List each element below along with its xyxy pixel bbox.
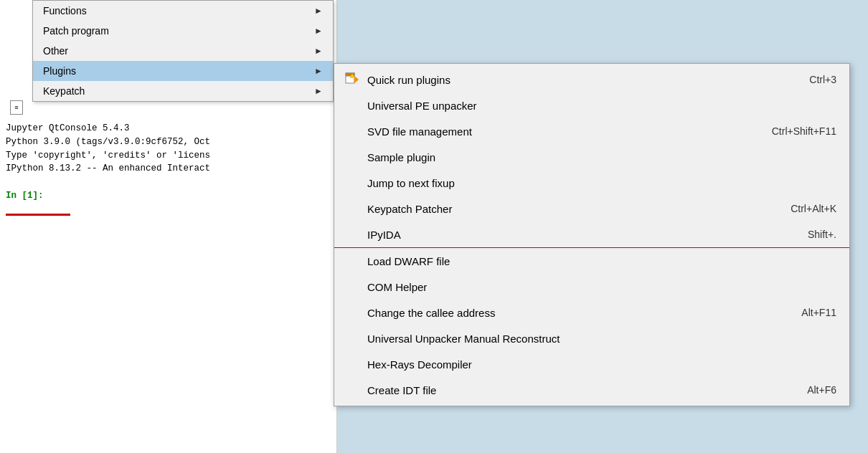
console-prompt-line: In [1]: — [6, 189, 331, 216]
console-cursor — [6, 214, 70, 216]
plugins-submenu: Quick run plugins Ctrl+3 Universal PE un… — [334, 63, 850, 406]
left-dropdown-menu: Functions ► Patch program ► Other ► Plug… — [32, 0, 334, 102]
console-output: Jupyter QtConsole 5.4.3 Python 3.9.0 (ta… — [0, 115, 336, 223]
quick-run-plugins-label: Quick run plugins — [367, 74, 780, 86]
submenu-item-change-callee-address[interactable]: Change the callee address Alt+F11 — [334, 300, 849, 325]
plugins-arrow-icon: ► — [314, 66, 323, 76]
jump-fixup-icon — [344, 175, 360, 191]
console-line-2: Python 3.9.0 (tags/v3.9.0:9cf6752, Oct — [6, 135, 331, 149]
keypatch-patcher-label: Keypatch Patcher — [367, 203, 762, 215]
sample-plugin-label: Sample plugin — [367, 151, 808, 163]
submenu-item-sample-plugin[interactable]: Sample plugin — [334, 144, 849, 170]
hex-rays-icon — [344, 356, 360, 372]
svg-marker-2 — [354, 76, 359, 83]
menu-item-keypatch-label: Keypatch — [43, 85, 85, 97]
console-line-4: IPython 8.13.2 -- An enhanced Interact — [6, 162, 331, 176]
submenu-item-create-idt-file[interactable]: Create IDT file Alt+F6 — [334, 377, 849, 403]
other-arrow-icon: ► — [314, 46, 323, 56]
com-helper-label: COM Helper — [367, 281, 808, 293]
ipyida-shortcut: Shift+. — [808, 229, 836, 240]
menu-item-patch-program[interactable]: Patch program ► — [33, 21, 333, 41]
quick-run-plugins-shortcut: Ctrl+3 — [809, 74, 836, 85]
menu-item-other-label: Other — [43, 45, 68, 57]
universal-unpacker-manual-icon — [344, 330, 360, 346]
patch-program-arrow-icon: ► — [314, 26, 323, 36]
console-prompt: In [1]: — [6, 191, 44, 201]
submenu-item-universal-unpacker-manual[interactable]: Universal Unpacker Manual Reconstruct — [334, 325, 849, 351]
menu-item-functions-label: Functions — [43, 5, 87, 16]
ipyida-label: IPyIDA — [367, 229, 779, 241]
create-idt-file-shortcut: Alt+F6 — [807, 384, 836, 396]
svd-file-management-shortcut: Ctrl+Shift+F11 — [772, 125, 836, 137]
submenu-item-hex-rays-decompiler[interactable]: Hex-Rays Decompiler — [334, 351, 849, 377]
submenu-item-load-dwarf-file[interactable]: Load DWARF file — [334, 248, 849, 274]
submenu-item-quick-run-plugins[interactable]: Quick run plugins Ctrl+3 — [334, 67, 849, 92]
menu-item-keypatch[interactable]: Keypatch ► — [33, 81, 333, 101]
load-dwarf-icon — [344, 253, 360, 269]
functions-arrow-icon: ► — [314, 6, 323, 16]
universal-unpacker-manual-label: Universal Unpacker Manual Reconstruct — [367, 333, 808, 345]
submenu-item-jump-to-next-fixup[interactable]: Jump to next fixup — [334, 170, 849, 196]
create-idt-file-label: Create IDT file — [367, 384, 778, 396]
universal-pe-unpacker-label: Universal PE unpacker — [367, 100, 808, 112]
keypatch-arrow-icon: ► — [314, 86, 323, 96]
menu-item-plugins-label: Plugins — [43, 65, 76, 77]
change-callee-icon — [344, 305, 360, 320]
create-idt-icon — [344, 382, 360, 398]
submenu-item-keypatch-patcher[interactable]: Keypatch Patcher Ctrl+Alt+K — [334, 196, 849, 221]
keypatch-patcher-shortcut: Ctrl+Alt+K — [791, 203, 836, 214]
com-helper-icon — [344, 279, 360, 295]
plugin-icon — [344, 72, 360, 87]
change-callee-address-label: Change the callee address — [367, 307, 773, 319]
menu-item-functions[interactable]: Functions ► — [33, 1, 333, 21]
submenu-item-ipyida[interactable]: IPyIDA Shift+. — [334, 221, 849, 247]
change-callee-address-shortcut: Alt+F11 — [801, 307, 836, 318]
svd-icon — [344, 123, 360, 139]
submenu-item-universal-pe-unpacker[interactable]: Universal PE unpacker — [334, 92, 849, 118]
menu-item-patch-program-label: Patch program — [43, 25, 109, 37]
svd-file-management-label: SVD file management — [367, 125, 743, 138]
console-line-1: Jupyter QtConsole 5.4.3 — [6, 122, 331, 135]
universal-pe-unpacker-icon — [344, 97, 360, 113]
sample-plugin-icon — [344, 149, 360, 165]
console-line-3: Type 'copyright', 'credits' or 'licens — [6, 149, 331, 163]
submenu-item-svd-file-management[interactable]: SVD file management Ctrl+Shift+F11 — [334, 118, 849, 144]
document-icon: ≡ — [10, 100, 23, 115]
menu-item-plugins[interactable]: Plugins ► — [33, 61, 333, 81]
jump-to-next-fixup-label: Jump to next fixup — [367, 177, 808, 189]
load-dwarf-file-label: Load DWARF file — [367, 255, 808, 267]
ipyida-icon — [344, 226, 360, 242]
submenu-item-com-helper[interactable]: COM Helper — [334, 274, 849, 300]
keypatch-patcher-icon — [344, 201, 360, 216]
menu-item-other[interactable]: Other ► — [33, 41, 333, 61]
hex-rays-decompiler-label: Hex-Rays Decompiler — [367, 358, 808, 371]
